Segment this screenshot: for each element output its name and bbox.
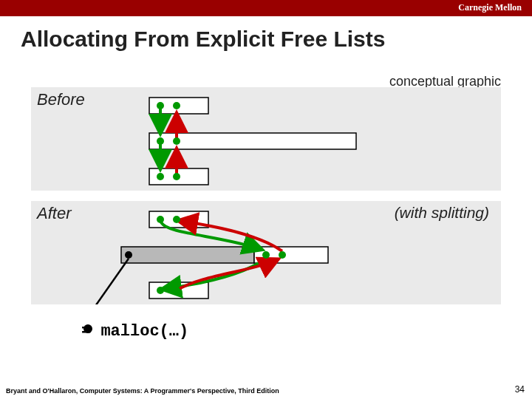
header-bar: Carnegie Mellon [0, 0, 532, 16]
svg-rect-14 [121, 247, 254, 263]
svg-point-9 [157, 137, 164, 145]
svg-point-25 [83, 324, 92, 333]
svg-line-24 [89, 259, 129, 304]
svg-point-22 [173, 287, 180, 294]
svg-point-12 [173, 173, 180, 180]
svg-point-17 [157, 216, 164, 223]
svg-point-23 [125, 251, 132, 259]
institution-label: Carnegie Mellon [458, 2, 522, 13]
page-number: 34 [515, 384, 525, 395]
before-panel: Before [31, 87, 501, 191]
svg-point-21 [157, 287, 164, 294]
malloc-legend: = malloc(…) [81, 322, 188, 341]
svg-point-11 [157, 173, 164, 180]
svg-point-20 [279, 251, 286, 259]
svg-point-8 [173, 102, 180, 109]
svg-point-19 [262, 251, 270, 259]
svg-point-7 [157, 102, 164, 109]
slide-title: Allocating From Explicit Free Lists [21, 27, 532, 52]
after-panel: After (with splitting) [31, 201, 501, 304]
before-diagram [31, 87, 501, 191]
after-diagram [31, 201, 501, 304]
svg-point-18 [173, 216, 180, 223]
svg-point-10 [173, 137, 180, 145]
malloc-code: = malloc(…) [81, 322, 188, 341]
malloc-dot-icon [81, 322, 95, 335]
footer-citation: Bryant and O'Hallaron, Computer Systems:… [6, 387, 279, 395]
